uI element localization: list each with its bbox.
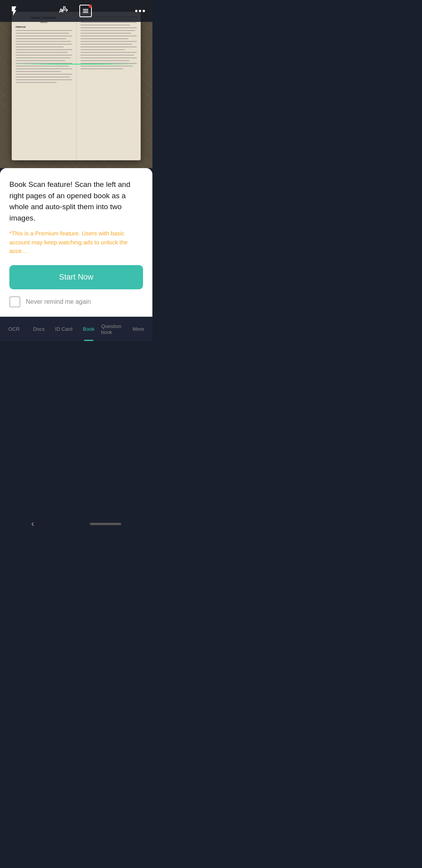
premium-notice: *This is a Premium feature. Users with b… — [9, 229, 143, 256]
system-home-pill[interactable] — [90, 523, 121, 525]
book-scan-frame: DIVINA COMMEDIA Inferno PREFACE — [12, 12, 141, 160]
never-remind-label: Never remind me again — [26, 298, 91, 305]
tab-questionbook-label: Question book — [101, 323, 126, 335]
start-now-button[interactable]: Start Now — [9, 265, 143, 289]
tab-questionbook[interactable]: Question book — [101, 317, 126, 341]
svg-text:B: B — [63, 5, 66, 10]
three-dots-icon: ••• — [135, 6, 146, 16]
book-left-page: DIVINA COMMEDIA Inferno PREFACE — [12, 12, 77, 160]
system-back-button[interactable]: ‹ — [31, 519, 34, 529]
tab-docs[interactable]: Docs — [27, 317, 52, 341]
tab-book-label: Book — [83, 326, 95, 332]
tab-more-label: More — [132, 326, 144, 332]
top-bar-center: A B — [59, 3, 93, 19]
book-right-page — [77, 12, 141, 160]
more-options-button[interactable]: ••• — [131, 6, 146, 16]
feature-description: Book Scan feature! Scan the left and rig… — [9, 179, 143, 224]
tab-more[interactable]: More — [126, 317, 151, 341]
tab-docs-label: Docs — [33, 326, 45, 332]
never-remind-checkbox[interactable] — [9, 296, 20, 307]
ab-translate-icon[interactable]: A B — [59, 5, 73, 18]
flash-button[interactable] — [6, 3, 22, 19]
tab-book[interactable]: Book — [76, 317, 101, 341]
system-navigation-bar: ‹ — [0, 513, 152, 535]
tab-idcard-label: ID Card — [55, 326, 73, 332]
camera-viewfinder: DIVINA COMMEDIA Inferno PREFACE — [0, 0, 152, 168]
top-bar: A B ••• — [0, 0, 152, 22]
tab-ocr-label: OCR — [8, 326, 20, 332]
notification-dot — [89, 5, 92, 8]
tab-idcard[interactable]: ID Card — [51, 317, 76, 341]
bottom-tab-bar: OCR Docs ID Card Book Question book More — [0, 317, 152, 341]
scan-line-indicator — [12, 64, 141, 65]
feature-modal: Book Scan feature! Scan the left and rig… — [0, 168, 152, 317]
tab-active-bar — [84, 340, 93, 341]
scan-mode-icon[interactable] — [78, 3, 93, 19]
tab-ocr[interactable]: OCR — [2, 317, 27, 341]
never-remind-row: Never remind me again — [9, 296, 143, 307]
dark-background-area — [0, 341, 152, 513]
